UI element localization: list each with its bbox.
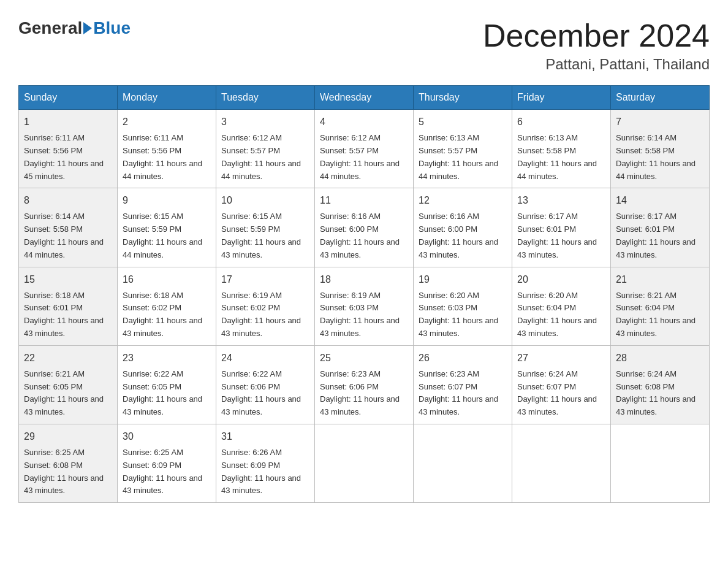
calendar-cell: 20Sunrise: 6:20 AMSunset: 6:04 PMDayligh…: [512, 267, 611, 345]
calendar-cell: [414, 424, 512, 502]
day-info: Sunrise: 6:23 AMSunset: 6:07 PMDaylight:…: [419, 368, 507, 419]
calendar-cell: 25Sunrise: 6:23 AMSunset: 6:06 PMDayligh…: [315, 345, 414, 424]
day-info: Sunrise: 6:26 AMSunset: 6:09 PMDaylight:…: [221, 446, 309, 497]
logo: General Blue: [18, 18, 131, 38]
calendar-cell: 2Sunrise: 6:11 AMSunset: 5:56 PMDaylight…: [118, 110, 216, 188]
day-info: Sunrise: 6:16 AMSunset: 6:00 PMDaylight:…: [320, 210, 408, 261]
day-info: Sunrise: 6:13 AMSunset: 5:57 PMDaylight:…: [419, 132, 507, 183]
weekday-header-friday: Friday: [512, 86, 611, 110]
day-number: 28: [616, 351, 704, 366]
calendar-cell: 4Sunrise: 6:12 AMSunset: 5:57 PMDaylight…: [315, 110, 414, 188]
calendar-cell: 5Sunrise: 6:13 AMSunset: 5:57 PMDaylight…: [414, 110, 512, 188]
calendar-cell: 30Sunrise: 6:25 AMSunset: 6:09 PMDayligh…: [118, 424, 216, 502]
day-number: 17: [221, 272, 309, 287]
day-info: Sunrise: 6:20 AMSunset: 6:03 PMDaylight:…: [419, 289, 507, 340]
day-number: 30: [123, 429, 211, 444]
day-number: 12: [419, 193, 507, 208]
calendar-cell: 15Sunrise: 6:18 AMSunset: 6:01 PMDayligh…: [19, 267, 118, 345]
weekday-header-sunday: Sunday: [19, 86, 118, 110]
day-info: Sunrise: 6:15 AMSunset: 5:59 PMDaylight:…: [221, 210, 309, 261]
page-header: General Blue December 2024 Pattani, Patt…: [18, 18, 710, 73]
day-number: 26: [419, 351, 507, 366]
day-info: Sunrise: 6:11 AMSunset: 5:56 PMDaylight:…: [123, 132, 211, 183]
calendar-cell: 14Sunrise: 6:17 AMSunset: 6:01 PMDayligh…: [611, 188, 710, 267]
calendar-cell: [611, 424, 710, 502]
calendar-cell: 24Sunrise: 6:22 AMSunset: 6:06 PMDayligh…: [216, 345, 315, 424]
calendar-cell: 28Sunrise: 6:24 AMSunset: 6:08 PMDayligh…: [611, 345, 710, 424]
day-info: Sunrise: 6:16 AMSunset: 6:00 PMDaylight:…: [419, 210, 507, 261]
calendar-cell: 29Sunrise: 6:25 AMSunset: 6:08 PMDayligh…: [19, 424, 118, 502]
day-info: Sunrise: 6:22 AMSunset: 6:06 PMDaylight:…: [221, 368, 309, 419]
day-number: 18: [320, 272, 408, 287]
day-number: 10: [221, 193, 309, 208]
weekday-header-wednesday: Wednesday: [315, 86, 414, 110]
day-number: 25: [320, 351, 408, 366]
calendar-cell: 6Sunrise: 6:13 AMSunset: 5:58 PMDaylight…: [512, 110, 611, 188]
day-info: Sunrise: 6:17 AMSunset: 6:01 PMDaylight:…: [517, 210, 605, 261]
weekday-header-thursday: Thursday: [414, 86, 512, 110]
day-info: Sunrise: 6:11 AMSunset: 5:56 PMDaylight:…: [24, 132, 112, 183]
calendar-cell: 8Sunrise: 6:14 AMSunset: 5:58 PMDaylight…: [19, 188, 118, 267]
calendar-cell: 3Sunrise: 6:12 AMSunset: 5:57 PMDaylight…: [216, 110, 315, 188]
calendar-cell: 23Sunrise: 6:22 AMSunset: 6:05 PMDayligh…: [118, 345, 216, 424]
weekday-header-monday: Monday: [118, 86, 216, 110]
day-info: Sunrise: 6:24 AMSunset: 6:07 PMDaylight:…: [517, 368, 605, 419]
day-number: 1: [24, 115, 112, 129]
day-number: 6: [517, 115, 605, 129]
day-number: 19: [419, 272, 507, 287]
day-info: Sunrise: 6:15 AMSunset: 5:59 PMDaylight:…: [123, 210, 211, 261]
day-info: Sunrise: 6:25 AMSunset: 6:08 PMDaylight:…: [24, 446, 112, 497]
calendar-cell: 19Sunrise: 6:20 AMSunset: 6:03 PMDayligh…: [414, 267, 512, 345]
day-info: Sunrise: 6:17 AMSunset: 6:01 PMDaylight:…: [616, 210, 704, 261]
calendar-cell: 21Sunrise: 6:21 AMSunset: 6:04 PMDayligh…: [611, 267, 710, 345]
day-number: 3: [221, 115, 309, 129]
day-number: 15: [24, 272, 112, 287]
day-number: 13: [517, 193, 605, 208]
calendar-cell: [512, 424, 611, 502]
day-number: 24: [221, 351, 309, 366]
weekday-header-saturday: Saturday: [611, 86, 710, 110]
logo-arrow-icon: [83, 22, 92, 34]
day-info: Sunrise: 6:19 AMSunset: 6:02 PMDaylight:…: [221, 289, 309, 340]
title-section: December 2024 Pattani, Pattani, Thailand: [483, 18, 710, 73]
calendar-cell: 16Sunrise: 6:18 AMSunset: 6:02 PMDayligh…: [118, 267, 216, 345]
calendar-cell: 18Sunrise: 6:19 AMSunset: 6:03 PMDayligh…: [315, 267, 414, 345]
calendar-header-row: SundayMondayTuesdayWednesdayThursdayFrid…: [19, 86, 710, 110]
day-info: Sunrise: 6:25 AMSunset: 6:09 PMDaylight:…: [123, 446, 211, 497]
day-info: Sunrise: 6:12 AMSunset: 5:57 PMDaylight:…: [320, 132, 408, 183]
weekday-header-tuesday: Tuesday: [216, 86, 315, 110]
day-number: 2: [123, 115, 211, 129]
day-number: 21: [616, 272, 704, 287]
logo-blue-text: Blue: [93, 18, 131, 38]
day-number: 8: [24, 193, 112, 208]
day-info: Sunrise: 6:20 AMSunset: 6:04 PMDaylight:…: [517, 289, 605, 340]
day-info: Sunrise: 6:23 AMSunset: 6:06 PMDaylight:…: [320, 368, 408, 419]
day-info: Sunrise: 6:19 AMSunset: 6:03 PMDaylight:…: [320, 289, 408, 340]
calendar-cell: 12Sunrise: 6:16 AMSunset: 6:00 PMDayligh…: [414, 188, 512, 267]
calendar-cell: 11Sunrise: 6:16 AMSunset: 6:00 PMDayligh…: [315, 188, 414, 267]
calendar-table: SundayMondayTuesdayWednesdayThursdayFrid…: [18, 85, 710, 503]
calendar-cell: 27Sunrise: 6:24 AMSunset: 6:07 PMDayligh…: [512, 345, 611, 424]
day-number: 22: [24, 351, 112, 366]
day-number: 11: [320, 193, 408, 208]
calendar-cell: 17Sunrise: 6:19 AMSunset: 6:02 PMDayligh…: [216, 267, 315, 345]
day-number: 27: [517, 351, 605, 366]
day-info: Sunrise: 6:13 AMSunset: 5:58 PMDaylight:…: [517, 132, 605, 183]
day-number: 20: [517, 272, 605, 287]
day-number: 29: [24, 429, 112, 444]
calendar-cell: 9Sunrise: 6:15 AMSunset: 5:59 PMDaylight…: [118, 188, 216, 267]
calendar-cell: [315, 424, 414, 502]
calendar-week-row: 8Sunrise: 6:14 AMSunset: 5:58 PMDaylight…: [19, 188, 710, 267]
day-info: Sunrise: 6:22 AMSunset: 6:05 PMDaylight:…: [123, 368, 211, 419]
day-number: 16: [123, 272, 211, 287]
day-number: 7: [616, 115, 704, 129]
calendar-week-row: 29Sunrise: 6:25 AMSunset: 6:08 PMDayligh…: [19, 424, 710, 502]
calendar-cell: 26Sunrise: 6:23 AMSunset: 6:07 PMDayligh…: [414, 345, 512, 424]
calendar-cell: 13Sunrise: 6:17 AMSunset: 6:01 PMDayligh…: [512, 188, 611, 267]
day-number: 23: [123, 351, 211, 366]
calendar-cell: 1Sunrise: 6:11 AMSunset: 5:56 PMDaylight…: [19, 110, 118, 188]
day-info: Sunrise: 6:24 AMSunset: 6:08 PMDaylight:…: [616, 368, 704, 419]
day-info: Sunrise: 6:18 AMSunset: 6:01 PMDaylight:…: [24, 289, 112, 340]
logo-general-text: General: [18, 18, 82, 38]
day-number: 4: [320, 115, 408, 129]
